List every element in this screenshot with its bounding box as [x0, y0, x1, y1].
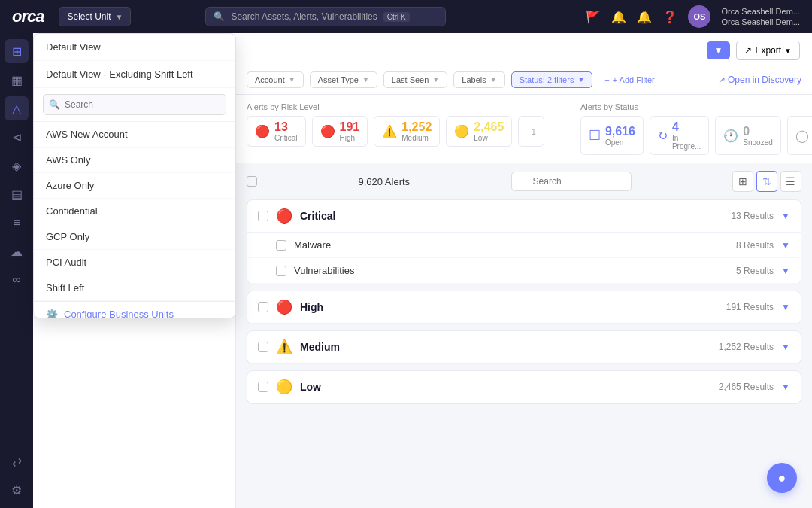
open-stat-card[interactable]: ☐ 9,616 Open: [580, 116, 644, 155]
sidebar-item-folder[interactable]: ▤: [5, 182, 29, 206]
high-icon: 🔴: [320, 124, 335, 138]
select-unit-button[interactable]: Select Unit ▼: [59, 7, 131, 26]
sidebar-item-dashboard[interactable]: ▦: [5, 68, 29, 92]
sidebar-item-shield[interactable]: ◈: [5, 154, 29, 178]
labels-filter-chip[interactable]: Labels ▼: [453, 71, 504, 88]
low-count: 2,465: [474, 120, 504, 134]
grid-view-button[interactable]: ⊞: [732, 171, 753, 192]
dropdown-item-confidential[interactable]: Confidential: [34, 199, 235, 224]
critical-stat-card[interactable]: 🔴 13 Critical: [247, 116, 306, 147]
critical-group-checkbox[interactable]: [258, 211, 268, 221]
asset-type-filter-chip[interactable]: Asset Type ▼: [310, 71, 377, 88]
inprogress-stat-card[interactable]: ↻ 4 In Progre...: [650, 116, 709, 155]
medium-group-icon: ⚠️: [276, 339, 292, 355]
dropdown-item-default-view-excl[interactable]: Default View - Excluding Shift Left: [34, 61, 235, 88]
low-group-toggle[interactable]: ▼: [781, 382, 790, 392]
critical-group-results: 13 Results: [731, 211, 774, 221]
low-group-header[interactable]: 🟡 Low 2,465 Results ▼: [247, 371, 801, 403]
export-button[interactable]: ↗ Export ▼: [736, 41, 800, 60]
alerts-toolbar: 9,620 Alerts 🔍 ⊞ ⇅ ☰: [247, 171, 801, 192]
dropdown-item-aws-only[interactable]: AWS Only: [34, 148, 235, 173]
status-stat-cards: ☐ 9,616 Open ↻ 4 In Progre...: [580, 116, 812, 155]
filter-button[interactable]: ▼: [707, 41, 731, 59]
open-in-discovery-link[interactable]: ↗ Open in Discovery: [718, 75, 801, 85]
snoozed-count: 0: [743, 125, 772, 138]
vulnerabilities-sub-item[interactable]: Vulnerabilities 5 Results ▼: [247, 258, 801, 284]
dropdown-search-icon: 🔍: [49, 99, 60, 110]
nav-icons: 🚩 🔔 🔔 ❓ OS Orca Seashell Dem... Orca Sea…: [586, 5, 800, 28]
last-seen-filter-chip[interactable]: Last Seen ▼: [383, 71, 447, 88]
fab-button[interactable]: ●: [767, 463, 797, 493]
avatar[interactable]: OS: [688, 5, 710, 28]
high-stat-card[interactable]: 🔴 191 High: [312, 116, 368, 147]
medium-group-toggle[interactable]: ▼: [781, 342, 790, 352]
dropdown-items-list: AWS New Account AWS Only Azure Only Conf…: [34, 122, 235, 318]
dismissed-stat-card[interactable]: ◯ 0 Dismissed: [787, 116, 812, 155]
dropdown-search-input[interactable]: [43, 94, 226, 115]
sort-view-button[interactable]: ⇅: [756, 171, 777, 192]
vulnerabilities-sub-toggle[interactable]: ▼: [781, 266, 790, 276]
sidebar-item-shared[interactable]: ⊲: [5, 125, 29, 149]
dropdown-item-configure[interactable]: ⚙️ Configure Business Units: [34, 301, 235, 318]
status-filter-chip[interactable]: Status: 2 filters ▼: [511, 71, 593, 88]
medium-stat-card[interactable]: ⚠️ 1,252 Medium: [374, 116, 440, 147]
medium-group-header[interactable]: ⚠️ Medium 1,252 Results ▼: [247, 331, 801, 364]
malware-sub-checkbox[interactable]: [276, 240, 286, 251]
low-stat-card[interactable]: 🟡 2,465 Low: [446, 116, 512, 147]
search-shortcut-badge: Ctrl K: [383, 12, 410, 22]
select-unit-dropdown: Default View Default View - Excluding Sh…: [33, 33, 236, 318]
global-search-bar[interactable]: 🔍 Search Assets, Alerts, Vulnerabilities…: [205, 7, 446, 26]
sidebar-item-settings[interactable]: ⚙: [5, 478, 29, 502]
sidebar-item-shuffle[interactable]: ⇄: [5, 449, 29, 473]
dropdown-item-shift-left[interactable]: Shift Left: [34, 275, 235, 301]
select-all-row-checkbox[interactable]: [247, 176, 257, 187]
sidebar-item-report[interactable]: ≡: [5, 211, 29, 235]
dropdown-item-aws-new[interactable]: AWS New Account: [34, 122, 235, 148]
dismissed-icon: ◯: [795, 129, 809, 143]
malware-sub-results: 8 Results: [736, 240, 774, 251]
flag-icon[interactable]: 🚩: [586, 10, 601, 24]
high-group-header[interactable]: 🔴 High 191 Results ▼: [247, 291, 801, 324]
help-icon[interactable]: ❓: [662, 10, 677, 24]
critical-group-toggle[interactable]: ▼: [781, 211, 790, 221]
inprogress-count: 4: [672, 120, 701, 134]
high-group-checkbox[interactable]: [258, 302, 268, 312]
alerts-search-input[interactable]: [511, 172, 632, 191]
low-group-checkbox[interactable]: [258, 382, 268, 392]
view-buttons: ⊞ ⇅ ☰: [732, 171, 801, 192]
medium-count: 1,252: [401, 120, 432, 134]
malware-sub-toggle[interactable]: ▼: [781, 240, 790, 251]
open-count: 9,616: [605, 125, 635, 138]
sidebar-item-alerts[interactable]: △: [5, 96, 29, 120]
dropdown-item-pci-audit[interactable]: PCI Audit: [34, 250, 235, 275]
critical-group-header[interactable]: 🔴 Critical 13 Results ▼: [247, 200, 801, 233]
labels-chevron: ▼: [490, 76, 497, 84]
critical-group-label: Critical: [300, 210, 723, 222]
medium-group-checkbox[interactable]: [258, 342, 268, 352]
alert-group-high: 🔴 High 191 Results ▼: [247, 291, 801, 324]
malware-sub-item[interactable]: Malware 8 Results ▼: [247, 233, 801, 258]
risk-plus-card[interactable]: +1: [518, 116, 544, 147]
sidebar-item-infinity[interactable]: ∞: [5, 268, 29, 292]
last-seen-chevron: ▼: [432, 76, 439, 84]
sidebar-item-home[interactable]: ⊞: [5, 39, 29, 63]
high-group-toggle[interactable]: ▼: [781, 302, 790, 312]
snoozed-stat-card[interactable]: 🕐 0 Snoozed: [715, 116, 780, 155]
add-filter-button[interactable]: + + Add Filter: [598, 72, 660, 87]
high-group-label: High: [300, 301, 719, 313]
dropdown-item-gcp-only[interactable]: GCP Only: [34, 224, 235, 250]
sidebar-item-cloud[interactable]: ☁: [5, 239, 29, 263]
stats-row: Alerts by Risk Level 🔴 13 Critical 🔴: [236, 95, 812, 163]
filter-icon: ▼: [714, 45, 723, 56]
notification-icon[interactable]: 🔔: [637, 10, 652, 24]
medium-icon: ⚠️: [382, 124, 397, 138]
vulnerabilities-sub-checkbox[interactable]: [276, 266, 286, 276]
chevron-down-icon: ▼: [116, 13, 123, 21]
account-filter-chip[interactable]: Account ▼: [247, 71, 304, 88]
dropdown-item-azure-only[interactable]: Azure Only: [34, 173, 235, 199]
status-filter-label: Status: 2 filters: [520, 75, 574, 84]
status-chevron: ▼: [577, 76, 584, 84]
list-view-button[interactable]: ☰: [780, 171, 801, 192]
dropdown-item-default-view[interactable]: Default View: [34, 34, 235, 61]
bell-icon[interactable]: 🔔: [611, 10, 626, 24]
